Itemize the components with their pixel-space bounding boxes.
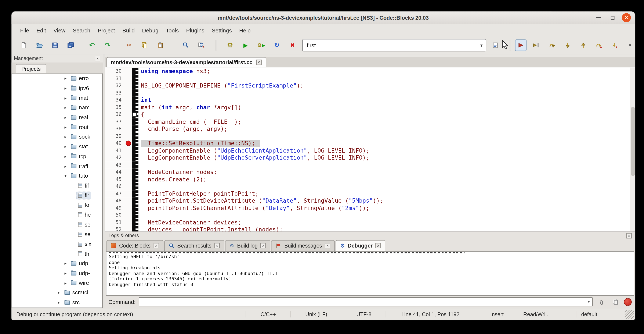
run-button[interactable]: ▶ [240,40,251,51]
line-number[interactable]: 52 [105,226,125,231]
debug-continue-button[interactable] [515,40,526,51]
fold-margin[interactable] [132,183,138,190]
code-line-50[interactable]: 50 [105,212,635,219]
menu-tools[interactable]: Tools [162,26,182,35]
build-and-run-button[interactable]: ⚙▶ [256,40,267,51]
line-number[interactable]: 50 [105,212,125,219]
editor-tab-first-cc[interactable]: mnt/dev/tools/source/ns-3-dev/examples/t… [106,57,266,67]
tree-item-erro[interactable]: ▸erro [12,74,102,83]
close-button[interactable]: ✕ [622,13,631,22]
tree-item-ipv6[interactable]: ▸ipv6 [12,83,102,93]
fold-margin[interactable] [132,176,138,183]
tree-item-udp[interactable]: ▸udp [12,258,102,268]
code-line-32[interactable]: 32NS_LOG_COMPONENT_DEFINE ("FirstScriptE… [105,82,635,89]
tree-item-tcp[interactable]: ▸tcp [12,152,102,161]
tree-item-rout[interactable]: ▸rout [12,122,102,132]
tree-item-scratcl[interactable]: ▸scratcl [12,288,102,297]
project-tree[interactable]: ▸erro▸ipv6▸mat▸nam▸real▸rout▸sock▸stat▸t… [12,74,103,308]
tree-item-fif[interactable]: fif [12,181,102,191]
chevron-right-icon[interactable]: ▸ [58,290,63,295]
fold-margin[interactable] [132,104,138,111]
scrollbar-thumb[interactable] [631,107,635,176]
breakpoint-icon[interactable] [126,141,131,146]
line-number[interactable]: 43 [105,161,125,168]
breakpoint-margin[interactable] [125,147,132,154]
toolbar-overflow-button[interactable]: ▾ [624,40,635,51]
code-line-36[interactable]: 36{ [105,111,635,118]
fold-margin[interactable] [132,168,138,176]
breakpoint-margin[interactable] [125,176,132,183]
line-number[interactable]: 37 [105,118,125,125]
copy-button[interactable] [139,40,150,51]
find-button[interactable] [180,40,192,51]
panel-splitter[interactable] [103,54,105,308]
breakpoint-margin[interactable] [125,161,132,168]
fold-margin[interactable] [132,97,138,104]
line-number[interactable]: 48 [105,197,125,204]
fold-margin[interactable] [132,82,138,89]
tree-item-six[interactable]: six [12,239,102,249]
undo-button[interactable]: ↶ [86,40,98,51]
tree-item-nam[interactable]: ▸nam [12,103,102,113]
fold-margin[interactable] [132,190,138,197]
rebuild-button[interactable]: ↻ [271,40,282,51]
code-line-46[interactable]: 46 [105,183,635,190]
fold-margin[interactable] [132,118,138,125]
chevron-right-icon[interactable]: ▸ [64,154,70,159]
chevron-right-icon[interactable]: ▸ [64,144,70,149]
tree-item-mat[interactable]: ▸mat [12,93,102,103]
code-line-42[interactable]: 42 LogComponentEnable ("UdpEchoServerApp… [105,154,635,161]
line-number[interactable]: 45 [105,176,125,183]
step-into-instruction-button[interactable] [609,40,620,51]
line-number[interactable]: 36 [105,111,125,118]
next-line-button[interactable] [546,40,558,51]
logs-tab-debugger[interactable]: ⚙Debugger [336,240,385,251]
chevron-right-icon[interactable]: ▸ [64,76,70,81]
line-number[interactable]: 33 [105,89,125,97]
menu-debug[interactable]: Debug [138,26,162,35]
menu-search[interactable]: Search [69,26,94,35]
line-number[interactable]: 40 [105,140,125,147]
tab-projects[interactable]: Projects [16,64,46,73]
breakpoint-margin[interactable] [125,75,132,82]
menu-edit[interactable]: Edit [33,26,50,35]
chevron-right-icon[interactable]: ▸ [64,261,70,266]
fold-margin[interactable] [132,133,138,140]
menu-file[interactable]: File [16,26,33,35]
menu-project[interactable]: Project [94,26,118,35]
compile-file-button[interactable] [490,40,501,51]
code-line-49[interactable]: 49 pointToPoint.SetChannelAttribute ("De… [105,204,635,212]
breakpoint-margin[interactable] [125,140,132,147]
code-line-35[interactable]: 35main (int argc, char *argv[]) [105,104,635,111]
fold-margin[interactable] [132,226,138,231]
line-number[interactable]: 39 [105,133,125,140]
line-number[interactable]: 49 [105,204,125,212]
fold-margin[interactable] [132,140,138,147]
chevron-right-icon[interactable]: ▸ [64,96,70,100]
close-management-icon[interactable] [95,56,100,61]
menu-view[interactable]: View [50,26,69,35]
menu-help[interactable]: Help [236,26,254,35]
tree-item-stat[interactable]: ▸stat [12,142,102,152]
abort-build-button[interactable]: ✖ [287,40,298,51]
fold-margin[interactable] [132,111,138,118]
line-number[interactable]: 47 [105,190,125,197]
tree-item-real[interactable]: ▸real [12,113,102,122]
breakpoint-margin[interactable] [125,111,132,118]
code-editor[interactable]: 30using namespace ns3;3132NS_LOG_COMPONE… [105,67,635,231]
breakpoint-margin[interactable] [125,204,132,212]
breakpoint-margin[interactable] [125,226,132,231]
line-number[interactable]: 30 [105,68,125,75]
build-button[interactable]: ⚙ [224,40,236,51]
code-line-30[interactable]: 30using namespace ns3; [105,68,635,75]
tree-item-sock[interactable]: ▸sock [12,132,102,142]
line-number[interactable]: 41 [105,147,125,154]
tree-item-he[interactable]: he [12,210,102,220]
code-line-43[interactable]: 43 [105,161,635,168]
tree-item-src[interactable]: ▸src [12,297,102,307]
code-line-38[interactable]: 38 cmd.Parse (argc, argv); [105,125,635,133]
close-icon[interactable] [260,243,266,248]
breakpoint-margin[interactable] [125,82,132,89]
chevron-right-icon[interactable]: ▸ [58,300,63,305]
breakpoint-margin[interactable] [125,212,132,219]
